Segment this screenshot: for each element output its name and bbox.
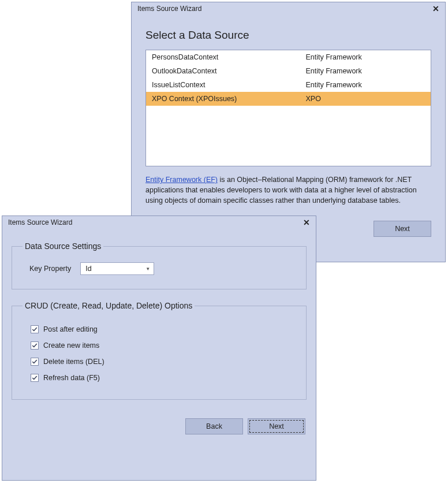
close-icon[interactable]: ✕	[302, 218, 311, 226]
datasource-list[interactable]: PersonsDataContextEntity FrameworkOutloo…	[145, 50, 431, 166]
checkbox-label: Refresh data (F5)	[43, 374, 100, 382]
description-text: Entity Framework (EF) is an Object–Relat…	[145, 174, 431, 206]
wizard-window-settings: Items Source Wizard ✕ Data Source Settin…	[2, 216, 316, 481]
next-button[interactable]: Next	[374, 221, 431, 237]
datasource-name: PersonsDataContext	[146, 50, 300, 64]
titlebar: Items Source Wizard ✕	[2, 216, 316, 229]
checkbox-icon[interactable]	[31, 358, 39, 366]
ef-link[interactable]: Entity Framework (EF)	[145, 176, 218, 184]
window-title: Items Source Wizard	[137, 5, 201, 13]
checkbox-icon[interactable]	[31, 341, 39, 350]
datasource-tech: Entity Framework	[300, 64, 431, 78]
group-datasource-settings: Data Source Settings Key Property Id ▼	[12, 242, 307, 289]
datasource-tech: XPO	[300, 92, 431, 106]
table-row[interactable]: OutlookDataContextEntity Framework	[146, 64, 431, 78]
datasource-tech: Entity Framework	[300, 78, 431, 92]
key-property-label: Key Property	[29, 265, 71, 273]
datasource-tech: Entity Framework	[300, 50, 431, 64]
page-heading: Select a Data Source	[145, 29, 431, 42]
table-row[interactable]: XPO Context (XPOIssues)XPO	[146, 92, 431, 106]
chevron-down-icon: ▼	[145, 266, 150, 272]
key-property-value: Id	[85, 265, 91, 273]
group-crud-options: CRUD (Create, Read, Update, Delete) Opti…	[12, 301, 307, 400]
titlebar: Items Source Wizard ✕	[132, 2, 445, 15]
table-row[interactable]: IssueListContextEntity Framework	[146, 78, 431, 92]
checkbox-label: Post after editing	[43, 325, 98, 333]
checkbox-option[interactable]: Create new items	[31, 341, 294, 350]
checkbox-label: Delete items (DEL)	[43, 358, 104, 366]
checkbox-label: Create new items	[43, 341, 99, 350]
group-legend: Data Source Settings	[23, 242, 103, 251]
next-button[interactable]: Next	[248, 418, 305, 434]
datasource-name: XPO Context (XPOIssues)	[146, 92, 300, 106]
back-button[interactable]: Back	[185, 418, 243, 434]
key-property-combo[interactable]: Id ▼	[80, 262, 154, 275]
checkbox-option[interactable]: Post after editing	[31, 325, 294, 333]
datasource-name: IssueListContext	[146, 78, 300, 92]
checkbox-icon[interactable]	[31, 374, 39, 382]
checkbox-option[interactable]: Delete items (DEL)	[31, 358, 294, 366]
checkbox-icon[interactable]	[31, 325, 39, 333]
close-icon[interactable]: ✕	[431, 5, 440, 13]
datasource-name: OutlookDataContext	[146, 64, 300, 78]
table-row[interactable]: PersonsDataContextEntity Framework	[146, 50, 431, 64]
group-legend: CRUD (Create, Read, Update, Delete) Opti…	[23, 301, 195, 310]
window-title: Items Source Wizard	[8, 218, 72, 226]
checkbox-option[interactable]: Refresh data (F5)	[31, 374, 294, 382]
